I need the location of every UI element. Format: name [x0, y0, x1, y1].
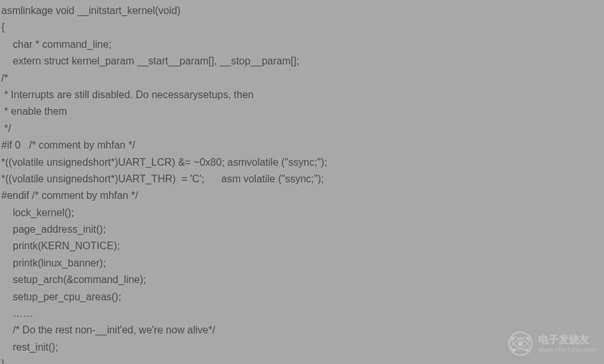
code-line: char * command_line; — [1, 36, 603, 53]
code-line: * enable them — [1, 103, 603, 120]
watermark-title: 电子发烧友 — [538, 334, 596, 346]
code-line: *((volatile unsignedshort*)UART_LCR) &= … — [1, 154, 603, 171]
logo-icon — [508, 331, 533, 356]
code-line: setup_arch(&command_line); — [1, 272, 603, 288]
code-line: } — [1, 356, 603, 364]
code-line: * Interrupts are still disabled. Do nece… — [1, 87, 603, 103]
code-line: #endif /* comment by mhfan */ — [1, 187, 603, 204]
watermark-text: 电子发烧友 www.elecfans.com — [538, 334, 596, 353]
code-line: extern struct kernel_param __start__para… — [1, 53, 603, 69]
code-line: /* — [1, 70, 603, 87]
code-line: setup_per_cpu_areas(); — [1, 289, 603, 305]
code-line: */ — [1, 120, 603, 137]
svg-point-1 — [518, 341, 523, 346]
code-line: #if 0 /* comment by mhfan */ — [1, 137, 603, 154]
code-line: *((volatile unsignedshort*)UART_THR) = '… — [1, 171, 603, 187]
code-line: page_address_init(); — [1, 221, 603, 238]
code-line: { — [1, 19, 603, 36]
watermark-url: www.elecfans.com — [538, 346, 596, 353]
code-line: …… — [1, 305, 603, 322]
code-line: printk(KERN_NOTICE); — [1, 238, 603, 254]
code-line: lock_kernel(); — [1, 205, 603, 221]
code-line: asmlinkage void __initstart_kernel(void) — [1, 3, 603, 19]
code-line: printk(linux_banner); — [1, 255, 603, 272]
code-block: asmlinkage void __initstart_kernel(void)… — [0, 0, 604, 364]
watermark: 电子发烧友 www.elecfans.com — [508, 331, 596, 356]
